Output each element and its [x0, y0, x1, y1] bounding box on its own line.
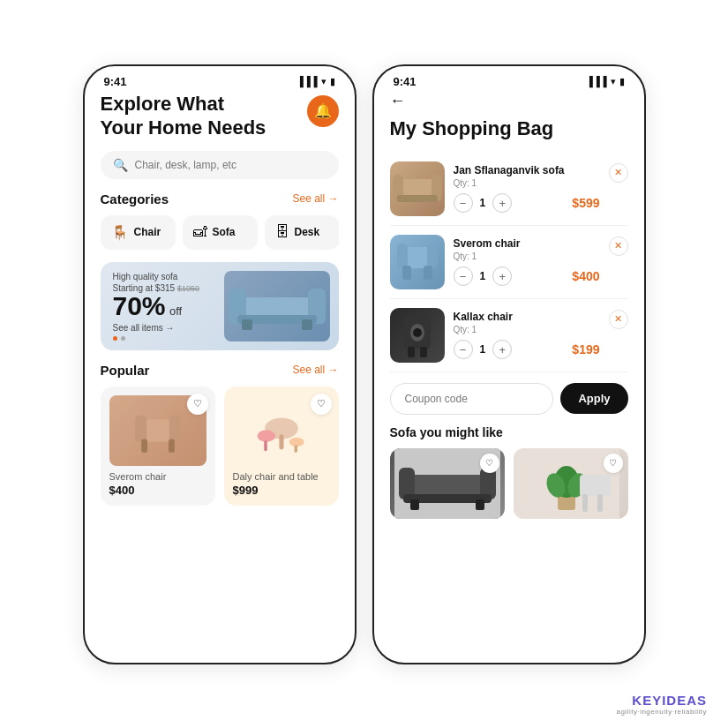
apply-button[interactable]: Apply	[560, 383, 627, 414]
chair-icon: 🪑	[111, 224, 129, 241]
right-status-bar: 9:41 ▐▐▐ ▾ ▮	[374, 66, 644, 92]
product-sverom: ♡ Sverom chair $400	[101, 387, 215, 506]
cart-item-2-image	[390, 235, 445, 289]
cart-item-3-qty: 1	[480, 343, 486, 356]
hero-title: Explore What Your Home Needs	[101, 92, 266, 140]
promo-sofa-image	[224, 271, 330, 341]
sverom-heart[interactable]: ♡	[187, 394, 208, 415]
svg-rect-24	[402, 266, 411, 280]
chair-svg	[127, 404, 189, 457]
r-wifi-icon: ▾	[611, 76, 616, 87]
notification-bell[interactable]: 🔔	[307, 95, 339, 127]
category-desk[interactable]: 🗄 Desk	[265, 215, 339, 250]
page-wrapper: 9:41 ▐▐▐ ▾ ▮ Explore What Your Home Need…	[0, 0, 728, 728]
category-sofa[interactable]: 🛋 Sofa	[183, 215, 258, 250]
cart-item-1-info: Jan Sflanaganvik sofa Qty: 1 − 1 + $599	[454, 164, 600, 213]
wifi-icon: ▾	[321, 76, 326, 87]
suggest-plant: ♡	[514, 448, 628, 519]
desk-icon: 🗄	[275, 224, 289, 240]
r-battery-icon: ▮	[619, 76, 625, 87]
cart-item-1: Jan Sflanaganvik sofa Qty: 1 − 1 + $599 …	[390, 153, 628, 226]
cart-item-2-remove[interactable]: ✕	[609, 236, 628, 256]
svg-rect-16	[294, 445, 296, 453]
categories-header: Categories See all →	[101, 191, 339, 206]
suggest-sofa: ♡	[390, 448, 505, 519]
desk-label: Desk	[295, 226, 320, 238]
cart-item-2-qty: 1	[480, 270, 486, 282]
bell-icon: 🔔	[314, 102, 332, 119]
svg-rect-5	[302, 319, 312, 330]
search-input[interactable]	[135, 159, 326, 171]
svg-rect-8	[169, 415, 180, 441]
signal-icon: ▐▐▐	[296, 76, 317, 86]
product-daly: ♡ Daly chair an	[224, 387, 339, 506]
svg-rect-22	[397, 244, 408, 268]
hero-title-line2: Your Home Needs	[101, 116, 266, 140]
cart-item-1-qty: 1	[480, 197, 486, 209]
sofa-svg	[224, 271, 330, 333]
svg-rect-10	[169, 439, 175, 452]
cart-item-1-name: Jan Sflanaganvik sofa	[454, 164, 600, 176]
svg-rect-27	[408, 347, 415, 357]
bag-title: My Shopping Bag	[390, 117, 628, 140]
sofa-item-svg	[390, 161, 445, 216]
dot-2	[121, 336, 125, 341]
cart-item-2-info: Sverom chair Qty: 1 − 1 + $400	[454, 237, 600, 286]
sverom-name: Sverom chair	[109, 471, 206, 482]
cart-item-2-name: Sverom chair	[454, 237, 600, 250]
left-status-bar: 9:41 ▐▐▐ ▾ ▮	[85, 66, 355, 92]
r-signal-icon: ▐▐▐	[586, 76, 606, 86]
cart-item-1-decrease[interactable]: −	[454, 193, 473, 213]
search-bar[interactable]: 🔍	[101, 151, 339, 179]
categories-see-all[interactable]: See all →	[292, 192, 338, 205]
suggest-sofa-heart[interactable]: ♡	[480, 454, 499, 473]
cart-item-2-increase[interactable]: +	[492, 266, 512, 286]
cart-item-3-name: Kallax chair	[454, 311, 600, 323]
svg-rect-46	[597, 494, 603, 512]
suggest-plant-svg	[514, 448, 619, 519]
category-chair[interactable]: 🪑 Chair	[101, 215, 176, 250]
cart-item-2-qty-controls: − 1 + $400	[454, 266, 600, 286]
cart-item-3-info: Kallax chair Qty: 1 − 1 + $199	[454, 311, 600, 359]
cart-item-2-decrease[interactable]: −	[454, 266, 473, 286]
sofa-icon: 🛋	[193, 224, 207, 240]
svg-rect-23	[427, 244, 438, 268]
daly-price: $999	[233, 484, 330, 497]
left-phone-content: Explore What Your Home Needs 🔔 🔍 Categor…	[85, 92, 355, 663]
suggest-plant-heart[interactable]: ♡	[604, 454, 623, 473]
back-button[interactable]: ←	[390, 92, 628, 110]
suggest-grid: ♡	[390, 448, 628, 519]
daly-heart[interactable]: ♡	[311, 394, 332, 415]
cart-item-3-remove[interactable]: ✕	[609, 310, 628, 329]
svg-point-13	[257, 430, 275, 442]
cart-item-3-decrease[interactable]: −	[454, 340, 473, 359]
promo-banner: High quality sofa Starting at $315 $1050…	[101, 262, 339, 350]
cart-item-1-qty-label: Qty: 1	[454, 178, 600, 188]
cart-item-2-price: $400	[572, 269, 599, 283]
coupon-input[interactable]	[390, 383, 554, 415]
table-svg	[251, 404, 312, 457]
svg-rect-20	[397, 195, 438, 202]
categories-row: 🪑 Chair 🛋 Sofa 🗄 Desk	[101, 215, 339, 250]
svg-rect-14	[264, 440, 266, 451]
cart-item-1-remove[interactable]: ✕	[609, 163, 628, 183]
phones-container: 9:41 ▐▐▐ ▾ ▮ Explore What Your Home Need…	[65, 47, 664, 682]
cart-item-3-qty-label: Qty: 1	[454, 325, 600, 334]
popular-grid: ♡ Sverom chair $400	[101, 387, 339, 506]
svg-rect-4	[242, 319, 252, 330]
svg-rect-7	[135, 415, 146, 441]
sofa-label: Sofa	[213, 226, 236, 238]
cart-item-3-increase[interactable]: +	[492, 340, 512, 359]
cart-item-1-increase[interactable]: +	[492, 193, 512, 213]
battery-icon: ▮	[330, 76, 335, 87]
cart-item-2: Sverom chair Qty: 1 − 1 + $400 ✕	[390, 226, 628, 299]
promo-percent: 70%	[113, 291, 166, 320]
popular-title: Popular	[101, 363, 150, 378]
left-phone: 9:41 ▐▐▐ ▾ ▮ Explore What Your Home Need…	[83, 64, 356, 664]
brand-footer: KEYIDEAS agility·ingenuity·reliability	[616, 693, 707, 716]
suggest-title: Sofa you might like	[390, 425, 628, 439]
dot-1	[113, 336, 117, 341]
svg-rect-12	[279, 434, 283, 449]
popular-see-all[interactable]: See all →	[292, 364, 338, 376]
cart-item-3-price: $199	[572, 342, 599, 356]
